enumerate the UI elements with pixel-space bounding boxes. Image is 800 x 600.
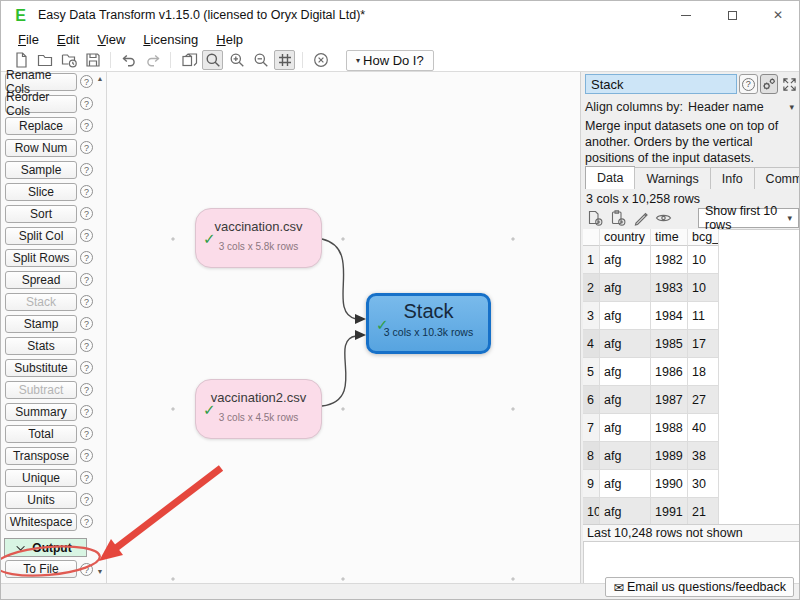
cell-country[interactable]: afg (600, 302, 651, 330)
cell-time[interactable]: 1984 (651, 302, 688, 330)
paste-data-button[interactable] (607, 208, 628, 228)
cell-bcg-vacc[interactable]: 21 (688, 498, 719, 526)
cell-country[interactable]: afg (600, 358, 651, 386)
menu-item[interactable]: File (9, 31, 48, 48)
maximize-button[interactable] (709, 1, 755, 29)
column-header[interactable]: country (600, 229, 651, 246)
transform-button[interactable]: Reorder Cols (5, 95, 77, 113)
pan-zoom-button[interactable] (202, 50, 223, 70)
cell-time[interactable]: 1985 (651, 330, 688, 358)
table-row[interactable]: 3 afg 1984 11 (583, 302, 719, 330)
transform-button[interactable]: Rename Cols (5, 73, 77, 91)
help-icon[interactable]: ? (80, 471, 93, 484)
cell-country[interactable]: afg (600, 386, 651, 414)
help-icon[interactable]: ? (80, 229, 93, 242)
menu-item[interactable]: Help (207, 31, 252, 48)
help-icon[interactable]: ? (80, 185, 93, 198)
cell-country[interactable]: afg (600, 330, 651, 358)
cell-country[interactable]: afg (600, 442, 651, 470)
help-icon[interactable]: ? (80, 295, 93, 308)
help-icon[interactable]: ? (80, 449, 93, 462)
minimize-button[interactable] (663, 1, 709, 29)
transform-button[interactable]: Spread (5, 271, 77, 289)
cell-time[interactable]: 1989 (651, 442, 688, 470)
help-icon[interactable]: ? (80, 493, 93, 506)
help-icon[interactable]: ? (80, 383, 93, 396)
edit-data-button[interactable] (630, 208, 651, 228)
align-columns-select[interactable]: Header name (688, 100, 764, 114)
node-stack-selected[interactable]: ✓ Stack 3 cols x 10.3k rows (366, 293, 491, 354)
cell-country[interactable]: afg (600, 498, 651, 526)
sidebar-scroll-up-icon[interactable]: ▲ (94, 73, 106, 85)
transform-button[interactable]: Split Col (5, 227, 77, 245)
toggle-grid-button[interactable] (274, 50, 295, 70)
transform-button[interactable]: Transpose (5, 447, 77, 465)
cell-time[interactable]: 1990 (651, 470, 688, 498)
table-row[interactable]: 10 afg 1991 21 (583, 498, 719, 526)
cell-bcg-vacc[interactable]: 10 (688, 274, 719, 302)
zoom-in-button[interactable] (226, 50, 247, 70)
zoom-out-button[interactable] (250, 50, 271, 70)
menu-item[interactable]: Edit (48, 31, 88, 48)
expand-panel-button[interactable] (780, 74, 799, 94)
cell-time[interactable]: 1991 (651, 498, 688, 526)
cell-country[interactable]: afg (600, 246, 651, 274)
undo-button[interactable] (118, 50, 139, 70)
transform-button[interactable]: Unique (5, 469, 77, 487)
table-row[interactable]: 7 afg 1988 40 (583, 414, 719, 442)
transform-button[interactable]: Row Num (5, 139, 77, 157)
open-recent-button[interactable] (58, 50, 79, 70)
sidebar-scroll-down-icon[interactable]: ▼ (94, 566, 106, 578)
transform-button[interactable]: Split Rows (5, 249, 77, 267)
table-row[interactable]: 6 afg 1987 27 (583, 386, 719, 414)
dropdown-arrow-icon[interactable]: ▾ (789, 102, 794, 112)
transform-button[interactable]: Whitespace (5, 513, 77, 531)
new-file-button[interactable] (10, 50, 31, 70)
menu-item[interactable]: View (88, 31, 134, 48)
cell-time[interactable]: 1986 (651, 358, 688, 386)
table-row[interactable]: 5 afg 1986 18 (583, 358, 719, 386)
transform-button[interactable]: Total (5, 425, 77, 443)
table-row[interactable]: 8 afg 1989 38 (583, 442, 719, 470)
help-icon[interactable]: ? (80, 75, 93, 88)
table-row[interactable]: 4 afg 1985 17 (583, 330, 719, 358)
panel-tab[interactable]: Comm (754, 167, 800, 189)
menu-item[interactable]: Licensing (134, 31, 207, 48)
flow-canvas[interactable]: ✓ vaccination.csv 3 cols x 5.8k rows ✓ v… (107, 72, 580, 583)
email-feedback-button[interactable]: ✉ Email us questions/feedback (605, 577, 794, 597)
help-icon[interactable]: ? (80, 119, 93, 132)
cell-country[interactable]: afg (600, 414, 651, 442)
help-icon[interactable]: ? (80, 563, 93, 576)
cell-country[interactable]: afg (600, 274, 651, 302)
transform-button[interactable]: Stats (5, 337, 77, 355)
to-file-button[interactable]: To File (5, 560, 77, 578)
redo-button[interactable] (142, 50, 163, 70)
help-icon[interactable]: ? (80, 141, 93, 154)
node-vaccination-csv[interactable]: ✓ vaccination.csv 3 cols x 5.8k rows (195, 208, 322, 268)
help-icon[interactable]: ? (80, 339, 93, 352)
help-icon[interactable]: ? (80, 515, 93, 528)
cell-country[interactable]: afg (600, 470, 651, 498)
help-icon[interactable]: ? (80, 273, 93, 286)
transform-button[interactable]: Substitute (5, 359, 77, 377)
table-row[interactable]: 9 afg 1990 30 (583, 470, 719, 498)
cell-bcg-vacc[interactable]: 18 (688, 358, 719, 386)
cell-time[interactable]: 1987 (651, 386, 688, 414)
cell-bcg-vacc[interactable]: 11 (688, 302, 719, 330)
close-button[interactable]: ✕ (755, 1, 800, 29)
transform-button[interactable]: Stack (5, 293, 77, 311)
cell-time[interactable]: 1988 (651, 414, 688, 442)
cell-time[interactable]: 1982 (651, 246, 688, 274)
cell-bcg-vacc[interactable]: 10 (688, 246, 719, 274)
help-icon[interactable]: ? (80, 427, 93, 440)
help-icon[interactable]: ? (80, 207, 93, 220)
open-file-button[interactable] (34, 50, 55, 70)
cancel-button[interactable] (310, 50, 331, 70)
transform-button[interactable]: Replace (5, 117, 77, 135)
duplicate-button[interactable] (178, 50, 199, 70)
view-data-button[interactable] (653, 208, 674, 228)
column-header[interactable]: bcg_vacc (688, 229, 719, 246)
table-row[interactable]: 1 afg 1982 10 (583, 246, 719, 274)
panel-tab[interactable]: Warnings (634, 167, 710, 189)
node-vaccination2-csv[interactable]: ✓ vaccination2.csv 3 cols x 4.5k rows (195, 379, 322, 439)
